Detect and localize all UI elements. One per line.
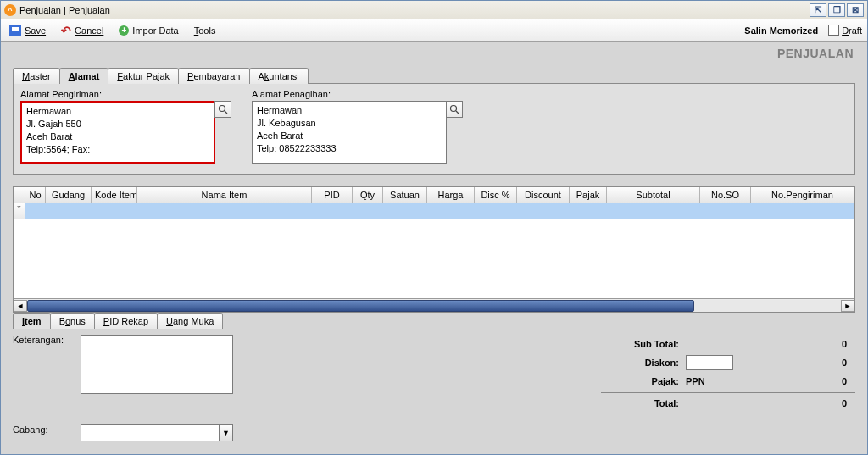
cabang-label: Cabang: (13, 424, 81, 435)
window-restore-button[interactable]: ⇱ (810, 3, 826, 17)
pajak-name: PPN (686, 376, 748, 386)
scroll-left-button[interactable]: ◄ (14, 300, 27, 312)
bill-address-textarea[interactable]: Hermawan Jl. Kebagusan Aceh Barat Telp: … (252, 101, 447, 164)
col-no-so[interactable]: No.SO (700, 187, 751, 203)
subtotal-label: Sub Total: (601, 339, 686, 349)
tab-akuntansi[interactable]: Akuntansi (249, 68, 309, 84)
items-grid: No Gudang Kode Item Nama Item PID Qty Sa… (13, 186, 855, 313)
app-icon: ^ (4, 4, 16, 16)
col-subtotal[interactable]: Subtotal (607, 187, 700, 203)
tools-label: ools (198, 25, 215, 36)
ship-lookup-button[interactable] (214, 101, 231, 118)
pajak-value: 0 (748, 376, 855, 386)
scroll-track[interactable] (27, 300, 841, 312)
tab-alamat[interactable]: Alamat (59, 68, 109, 84)
svg-line-3 (456, 111, 459, 114)
keterangan-textarea[interactable] (81, 335, 233, 394)
col-qty[interactable]: Qty (353, 187, 383, 203)
row-selector-header (14, 187, 25, 203)
app-window: ^ Penjualan | Penjualan ⇱ ❐ ⊠ Save ↶ Can… (0, 0, 868, 455)
import-label: Impor Data (132, 25, 178, 36)
col-gudang[interactable]: Gudang (46, 187, 92, 203)
svg-line-1 (225, 111, 227, 114)
tab-bonus[interactable]: Bonus (50, 313, 95, 329)
tools-menu[interactable]: Tools (191, 24, 220, 37)
save-button[interactable]: Save (6, 23, 49, 38)
save-icon (9, 25, 21, 36)
title-bar: ^ Penjualan | Penjualan ⇱ ❐ ⊠ (1, 1, 867, 19)
col-kode-item[interactable]: Kode Item (92, 187, 137, 203)
draft-checkbox-wrap[interactable]: Draft (828, 25, 862, 36)
col-harga[interactable]: Harga (427, 187, 475, 203)
diskon-label: Diskon: (601, 358, 686, 368)
col-discount[interactable]: Discount (517, 187, 570, 203)
total-label: Total: (601, 398, 686, 408)
tab-pid-rekap[interactable]: PID Rekap (94, 313, 158, 329)
import-data-button[interactable]: + Impor Data (115, 24, 181, 37)
cancel-button[interactable]: ↶ Cancel (58, 22, 107, 39)
pajak-label: Pajak: (601, 376, 686, 386)
ship-address-label: Alamat Pengiriman: (20, 89, 231, 99)
grid-selected-row[interactable] (25, 203, 854, 219)
page-heading: PENJUALAN (1, 42, 867, 62)
top-tabs: Master Alamat Faktur Pajak Pembayaran Ak… (13, 67, 855, 83)
window-maximize-button[interactable]: ❐ (828, 3, 845, 17)
tab-uang-muka[interactable]: Uang Muka (157, 313, 223, 329)
diskon-value: 0 (748, 358, 855, 368)
chevron-down-icon: ▼ (219, 425, 232, 441)
col-pajak[interactable]: Pajak (570, 187, 607, 203)
svg-point-2 (451, 106, 457, 112)
draft-label: raft (849, 25, 862, 36)
bottom-tabs: Item Bonus PID Rekap Uang Muka (13, 312, 855, 328)
save-label: Save (25, 25, 46, 36)
import-icon: + (119, 25, 129, 36)
tab-item[interactable]: Item (13, 313, 51, 329)
grid-header-row: No Gudang Kode Item Nama Item PID Qty Sa… (14, 187, 854, 203)
window-close-button[interactable]: ⊠ (847, 3, 864, 17)
tab-master[interactable]: Master (13, 68, 60, 84)
cabang-combobox[interactable]: ▼ (81, 424, 233, 441)
tab-pembayaran[interactable]: Pembayaran (178, 68, 249, 84)
col-no-pengiriman[interactable]: No.Pengiriman (751, 187, 854, 203)
col-no[interactable]: No (25, 187, 46, 203)
grid-body[interactable]: * (14, 203, 854, 298)
diskon-input[interactable] (686, 355, 733, 370)
scroll-right-button[interactable]: ► (841, 300, 854, 312)
ship-address-textarea[interactable]: Hermawan Jl. Gajah 550 Aceh Barat Telp:5… (20, 101, 215, 164)
col-disc-pct[interactable]: Disc % (475, 187, 517, 203)
keterangan-label: Keterangan: (13, 335, 81, 345)
cancel-label: Cancel (75, 25, 103, 36)
bill-lookup-button[interactable] (446, 101, 463, 118)
tab-faktur-pajak[interactable]: Faktur Pajak (108, 68, 179, 84)
bill-address-label: Alamat Penagihan: (252, 89, 463, 99)
new-row-icon: * (14, 203, 25, 219)
grid-horizontal-scrollbar[interactable]: ◄ ► (14, 298, 854, 312)
svg-point-0 (220, 106, 225, 112)
search-icon (449, 104, 459, 114)
total-value: 0 (748, 398, 855, 408)
col-nama-item[interactable]: Nama Item (137, 187, 312, 203)
subtotal-value: 0 (748, 339, 855, 349)
salin-memorized-button[interactable]: Salin Memorized (741, 24, 821, 37)
summary-panel: Sub Total: 0 Diskon: 0 Pajak: PPN 0 Tota… (601, 335, 855, 441)
draft-checkbox[interactable] (828, 25, 839, 36)
window-title: Penjualan | Penjualan (19, 5, 110, 15)
search-icon (218, 104, 228, 114)
cancel-icon: ↶ (61, 24, 71, 37)
toolbar: Save ↶ Cancel + Impor Data Tools Salin M… (1, 19, 867, 42)
scroll-thumb[interactable] (27, 300, 694, 312)
col-satuan[interactable]: Satuan (383, 187, 427, 203)
address-panel: Alamat Pengiriman: Hermawan Jl. Gajah 55… (13, 83, 855, 175)
col-pid[interactable]: PID (312, 187, 353, 203)
